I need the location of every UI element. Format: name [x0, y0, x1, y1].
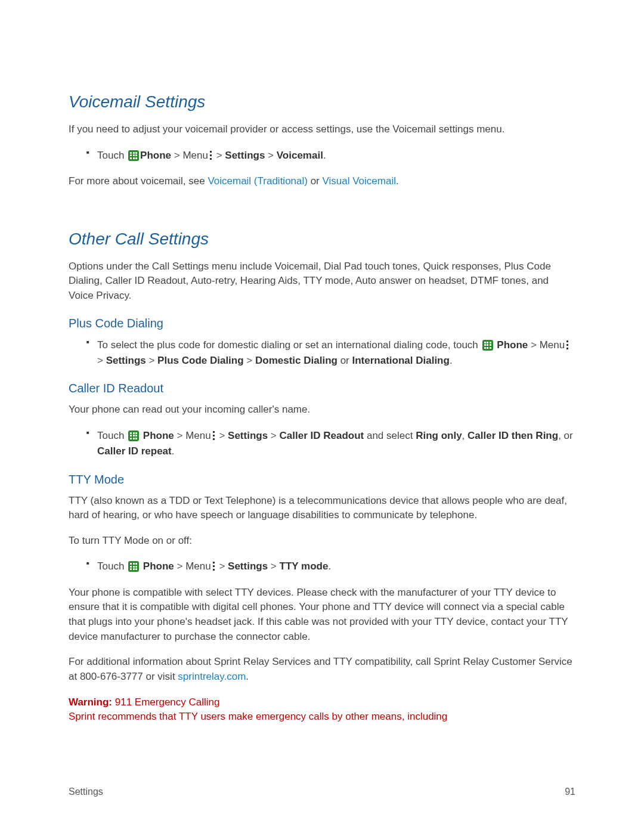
- document-page: Voicemail Settings If you need to adjust…: [0, 0, 644, 833]
- separator: >: [244, 355, 255, 366]
- phone-label: Phone: [497, 339, 528, 351]
- voicemail-intro: If you need to adjust your voicemail pro…: [69, 122, 575, 137]
- text: or: [338, 355, 352, 366]
- menu-label: Menu: [540, 339, 565, 351]
- caller-id-repeat-label: Caller ID repeat: [97, 445, 172, 457]
- plus-code-list: To select the plus code for domestic dia…: [69, 337, 575, 369]
- phone-label: Phone: [140, 150, 171, 161]
- phone-app-icon: [128, 561, 139, 572]
- separator: >: [528, 339, 539, 351]
- separator: >: [265, 150, 276, 161]
- international-dialing-label: International Dialing: [352, 355, 449, 366]
- separator: >: [216, 430, 228, 441]
- text: Touch: [97, 430, 127, 441]
- text: .: [323, 150, 326, 161]
- tty-toggle-intro: To turn TTY Mode on or off:: [69, 534, 575, 549]
- link-visual-voicemail[interactable]: Visual Voicemail: [323, 175, 396, 187]
- link-voicemail-traditional[interactable]: Voicemail (Traditional): [208, 175, 308, 187]
- tty-step: Touch Phone > Menu > Settings > TTY mode…: [86, 559, 575, 574]
- heading-other-call-settings: Other Call Settings: [69, 230, 575, 249]
- separator: >: [174, 561, 185, 572]
- ring-only-label: Ring only: [416, 430, 462, 441]
- domestic-dialing-label: Domestic Dialing: [255, 355, 338, 366]
- warning-title: 911 Emergency Calling: [112, 696, 219, 708]
- text: .: [172, 445, 175, 457]
- footer-section-name: Settings: [69, 786, 103, 797]
- text: Touch: [97, 150, 127, 161]
- text: Touch: [97, 561, 127, 572]
- phone-app-icon: [128, 150, 139, 161]
- heading-caller-id-readout: Caller ID Readout: [69, 382, 575, 395]
- heading-tty-mode: TTY Mode: [69, 473, 575, 487]
- separator: >: [171, 150, 182, 161]
- text: To select the plus code for domestic dia…: [97, 339, 481, 351]
- tty-mode-label: TTY mode: [280, 561, 329, 572]
- text: For more about voicemail, see: [69, 175, 208, 187]
- tty-list: Touch Phone > Menu > Settings > TTY mode…: [69, 559, 575, 574]
- caller-id-list: Touch Phone > Menu > Settings > Caller I…: [69, 428, 575, 460]
- caller-id-then-ring-label: Caller ID then Ring: [467, 430, 558, 441]
- menu-label: Menu: [185, 561, 211, 572]
- menu-overflow-icon: [212, 562, 215, 571]
- plus-code-dialing-label: Plus Code Dialing: [157, 355, 244, 366]
- separator: >: [213, 150, 225, 161]
- text: .: [396, 175, 399, 187]
- voicemail-more-info: For more about voicemail, see Voicemail …: [69, 174, 575, 189]
- settings-label: Settings: [228, 561, 268, 572]
- footer-page-number: 91: [565, 786, 575, 797]
- caller-id-step: Touch Phone > Menu > Settings > Caller I…: [86, 428, 575, 460]
- menu-overflow-icon: [212, 431, 215, 441]
- menu-label: Menu: [182, 150, 208, 161]
- menu-overflow-icon: [209, 151, 212, 160]
- heading-plus-code-dialing: Plus Code Dialing: [69, 317, 575, 330]
- separator: >: [268, 561, 279, 572]
- separator: >: [174, 430, 185, 441]
- text: .: [246, 671, 249, 682]
- page-footer: Settings 91: [69, 786, 575, 797]
- voicemail-label: Voicemail: [277, 150, 323, 161]
- menu-overflow-icon: [566, 340, 569, 350]
- link-sprintrelay[interactable]: sprintrelay.com: [178, 671, 246, 682]
- voicemail-step: Touch Phone > Menu > Settings > Voicemai…: [86, 148, 575, 163]
- plus-code-step: To select the plus code for domestic dia…: [86, 337, 575, 369]
- separator: >: [216, 561, 228, 572]
- other-call-intro: Options under the Call Settings menu inc…: [69, 259, 575, 304]
- tty-compatibility: Your phone is compatible with select TTY…: [69, 586, 575, 645]
- warning-label: Warning:: [69, 696, 112, 708]
- text: .: [450, 355, 453, 366]
- text: , or: [558, 430, 573, 441]
- caller-id-intro: Your phone can read out your incoming ca…: [69, 402, 575, 417]
- phone-app-icon: [482, 340, 493, 351]
- separator: >: [146, 355, 157, 366]
- settings-label: Settings: [228, 430, 268, 441]
- settings-label: Settings: [106, 355, 146, 366]
- text: ,: [462, 430, 467, 441]
- settings-label: Settings: [225, 150, 265, 161]
- phone-label: Phone: [143, 430, 174, 441]
- separator: >: [97, 355, 106, 366]
- text: .: [328, 561, 331, 572]
- tty-description: TTY (also known as a TDD or Text Telepho…: [69, 494, 575, 523]
- text: For additional information about Sprint …: [69, 656, 572, 682]
- warning-911: Warning: 911 Emergency Calling Sprint re…: [69, 695, 575, 724]
- text: and select: [364, 430, 416, 441]
- menu-label: Menu: [185, 430, 211, 441]
- phone-app-icon: [128, 431, 139, 441]
- tty-relay-info: For additional information about Sprint …: [69, 655, 575, 684]
- text: or: [308, 175, 323, 187]
- voicemail-steps-list: Touch Phone > Menu > Settings > Voicemai…: [69, 148, 575, 163]
- separator: >: [268, 430, 279, 441]
- heading-voicemail-settings: Voicemail Settings: [69, 92, 575, 112]
- phone-label: Phone: [143, 561, 174, 572]
- caller-id-readout-label: Caller ID Readout: [280, 430, 364, 441]
- warning-body: Sprint recommends that TTY users make em…: [69, 711, 447, 722]
